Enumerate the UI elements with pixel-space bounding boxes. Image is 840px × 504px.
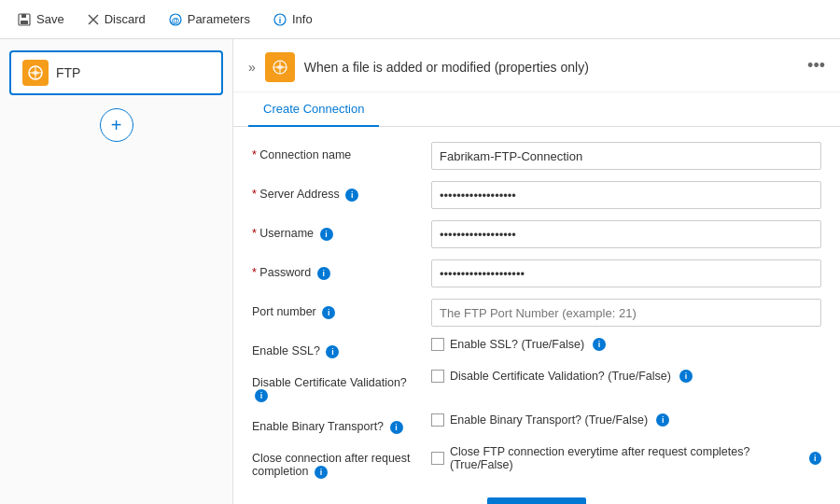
svg-rect-2 [21, 21, 28, 24]
discard-label: Discard [105, 12, 146, 26]
enable-binary-checkbox-label: Enable Binary Transport? (True/False) [450, 413, 648, 427]
content-area: » When a file is added or modified (prop… [233, 39, 840, 504]
main-layout: FTP + » When a file is added or modified… [0, 39, 840, 504]
trigger-title: When a file is added or modified (proper… [304, 60, 589, 75]
username-input[interactable] [431, 220, 821, 248]
discard-icon [87, 13, 100, 26]
password-info-icon[interactable]: i [317, 267, 330, 280]
create-button-row: Create [252, 497, 821, 504]
enable-ssl-checkbox[interactable] [431, 338, 444, 351]
trigger-icon [265, 52, 295, 82]
enable-binary-label: Enable Binary Transport? i [252, 413, 420, 434]
info-label: Info [292, 12, 313, 26]
close-conn-checkbox[interactable] [431, 452, 444, 465]
close-conn-label: Close connection after request completio… [252, 445, 420, 479]
svg-text:i: i [279, 16, 282, 25]
password-row: * Password i [252, 259, 821, 287]
collapse-button[interactable]: » [248, 60, 256, 75]
password-input[interactable] [431, 259, 821, 287]
close-conn-row: Close connection after request completio… [252, 445, 821, 479]
disable-cert-checkbox-label: Disable Certificate Validation? (True/Fa… [450, 370, 671, 383]
disable-cert-info-icon[interactable]: i [255, 389, 268, 402]
connection-name-input[interactable] [431, 142, 821, 170]
enable-ssl-info-icon[interactable]: i [326, 345, 339, 358]
server-address-row: * Server Address i [252, 181, 821, 209]
discard-button[interactable]: Discard [83, 10, 149, 28]
password-label: * Password i [252, 259, 420, 280]
enable-ssl-label: Enable SSL? i [252, 338, 420, 358]
server-address-info-icon[interactable]: i [345, 189, 358, 202]
close-conn-checkbox-info-icon[interactable]: i [809, 452, 821, 465]
svg-rect-1 [21, 14, 26, 18]
enable-binary-row: Enable Binary Transport? i Enable Binary… [252, 413, 821, 434]
svg-text:@: @ [171, 16, 179, 25]
create-button[interactable]: Create [487, 497, 586, 504]
add-icon: + [111, 115, 122, 136]
ftp-node-label: FTP [56, 65, 80, 80]
save-icon [17, 12, 32, 27]
port-number-input[interactable] [431, 299, 821, 327]
enable-ssl-checkbox-area: Enable SSL? (True/False) i [431, 338, 821, 351]
disable-cert-checkbox[interactable] [431, 370, 444, 383]
save-button[interactable]: Save [13, 10, 68, 29]
disable-cert-checkbox-area: Disable Certificate Validation? (True/Fa… [431, 370, 821, 383]
save-label: Save [36, 12, 64, 26]
enable-binary-checkbox-area: Enable Binary Transport? (True/False) i [431, 413, 821, 427]
username-info-icon[interactable]: i [320, 228, 333, 241]
connection-name-row: * Connection name [252, 142, 821, 170]
parameters-label: Parameters [188, 12, 250, 26]
tabs: Create Connection [233, 92, 840, 127]
disable-cert-label: Disable Certificate Validation? i [252, 370, 420, 403]
port-number-row: Port number i [252, 299, 821, 327]
disable-cert-row: Disable Certificate Validation? i Disabl… [252, 370, 821, 403]
sidebar: FTP + [0, 39, 233, 504]
port-number-label: Port number i [252, 299, 420, 319]
enable-ssl-row: Enable SSL? i Enable SSL? (True/False) i [252, 338, 821, 358]
create-connection-form: * Connection name * Server Address i * U… [233, 127, 840, 504]
tab-create-connection[interactable]: Create Connection [248, 92, 379, 127]
parameters-icon: @ [168, 12, 183, 27]
close-conn-checkbox-area: Close FTP connection everytime after req… [431, 445, 821, 471]
enable-binary-info-icon[interactable]: i [390, 421, 403, 434]
close-conn-info-icon[interactable]: i [315, 466, 328, 479]
more-options-button[interactable]: ••• [807, 56, 825, 76]
server-address-input[interactable] [431, 181, 821, 209]
username-row: * Username i [252, 220, 821, 248]
connection-name-label: * Connection name [252, 142, 420, 161]
enable-binary-checkbox-info-icon[interactable]: i [656, 413, 669, 427]
parameters-button[interactable]: @ Parameters [164, 10, 254, 29]
info-icon: i [273, 12, 287, 27]
ftp-icon [22, 60, 49, 86]
toolbar: Save Discard @ Parameters i Info [0, 0, 840, 39]
disable-cert-checkbox-info-icon[interactable]: i [679, 370, 693, 383]
add-node-button[interactable]: + [100, 108, 133, 142]
trigger-header: » When a file is added or modified (prop… [233, 39, 840, 92]
username-label: * Username i [252, 220, 420, 241]
info-button[interactable]: i Info [269, 10, 316, 29]
ftp-node[interactable]: FTP [9, 50, 223, 95]
enable-ssl-checkbox-label: Enable SSL? (True/False) [450, 338, 584, 351]
close-conn-checkbox-label: Close FTP connection everytime after req… [450, 445, 801, 471]
port-number-info-icon[interactable]: i [322, 306, 335, 319]
enable-binary-checkbox[interactable] [431, 413, 444, 427]
server-address-label: * Server Address i [252, 181, 420, 202]
enable-ssl-checkbox-info-icon[interactable]: i [593, 338, 606, 351]
